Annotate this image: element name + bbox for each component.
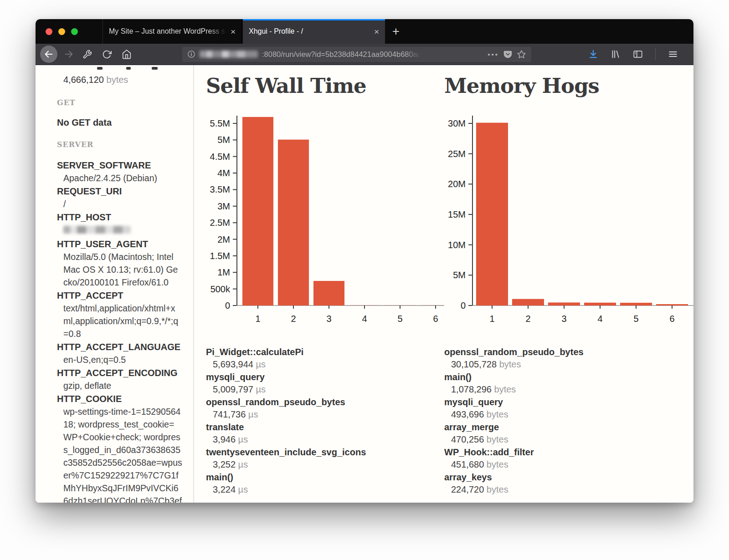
function-name: WP_Hook::add_filter [444,446,693,458]
function-name: openssl_random_pseudo_bytes [444,346,693,358]
home-icon [122,49,132,59]
reload-icon [102,50,112,59]
svg-text:4.5M: 4.5M [210,151,230,161]
metric-unit: bytes [107,75,128,85]
svg-text:1M: 1M [217,267,230,277]
reload-button[interactable] [102,50,112,59]
function-value: 451,680 bytes [451,458,693,471]
charts-area: Self Wall Time 0500k1M1.5M2M2.5M3M3.5M4M… [194,65,693,503]
tab-bar: My Site – Just another WordPress si × Xh… [36,19,693,44]
url-text: :8080/run/view?id=5b238d84421aa9004b680a… [262,50,421,59]
tab-title: My Site – Just another WordPress si [109,27,226,36]
svg-text:20M: 20M [448,179,466,189]
toolbar-right-icons [588,48,678,60]
memory-hogs-list: openssl_random_pseudo_bytes30,105,728 by… [444,346,693,496]
server-entry-value: / [63,198,182,210]
tab-xhgui-profile[interactable]: Xhgui - Profile - / × [243,19,385,44]
function-value: 493,696 bytes [451,408,693,421]
bookmark-star-icon[interactable] [517,50,526,59]
wrench-icon [82,50,92,59]
redacted-host-text [200,51,258,58]
svg-text:2.5M: 2.5M [210,218,230,228]
forward-arrow-icon [64,49,74,59]
server-entry-value: gzip, deflate [63,379,182,392]
function-value: 3,946 µs [213,433,444,446]
function-name: mysqli_query [206,371,444,383]
server-entry-label: SERVER_SOFTWARE [57,159,182,172]
function-value: 3,224 µs [213,484,444,496]
function-name: array_keys [444,471,693,484]
get-section-heading: GET [57,98,182,107]
site-info-icon[interactable] [187,50,195,58]
svg-text:6: 6 [433,314,438,324]
svg-text:1.5M: 1.5M [210,251,230,261]
downloads-button[interactable] [588,49,598,59]
back-button[interactable] [40,46,57,63]
redacted-value [63,226,131,234]
close-window-button[interactable] [46,28,52,35]
svg-text:4: 4 [362,314,367,324]
self-wall-time-chart[interactable]: 0500k1M1.5M2M2.5M3M3.5M4M4.5M5M5.5M12345… [198,114,444,327]
svg-text:3: 3 [326,314,331,324]
sidebar-toggle-button[interactable] [633,49,643,59]
navigation-toolbar: :8080/run/view?id=5b238d84421aa9004b680a… [36,44,693,65]
function-name: openssl_random_pseudo_bytes [206,396,444,408]
request-details-sidebar: 4,666,120 bytes GET No GET data SERVER S… [36,65,194,503]
clipped-label-fragment [57,67,182,70]
self-wall-time-list: Pi_Widget::calculatePi5,693,944 µsmysqli… [206,346,444,496]
server-entry-value: Apache/2.4.25 (Debian) [63,172,182,184]
svg-text:5.5M: 5.5M [210,118,230,128]
function-value: 30,105,728 bytes [451,358,693,371]
browser-window: My Site – Just another WordPress si × Xh… [36,19,693,503]
function-value: 470,256 bytes [451,433,693,446]
tab-close-icon[interactable]: × [231,27,236,36]
svg-text:500k: 500k [210,284,231,294]
page-tools-button[interactable] [82,50,92,59]
server-entry-value: en-US,en;q=0.5 [63,353,182,366]
svg-text:2: 2 [291,314,296,324]
function-value: 5,693,944 µs [213,358,444,371]
svg-text:3: 3 [561,314,566,324]
no-get-data-text: No GET data [57,117,182,128]
svg-text:2M: 2M [217,234,230,244]
toolbar-separator [655,48,656,60]
function-value: 741,736 µs [213,408,444,421]
memory-hogs-chart[interactable]: 05M10M15M20M25M30M123456 [444,114,693,327]
svg-text:4: 4 [597,314,602,324]
server-entry-label: HTTP_ACCEPT_LANGUAGE [57,341,182,353]
svg-text:6: 6 [669,314,674,324]
function-name: main() [206,471,444,484]
function-value: 5,009,797 µs [213,383,444,396]
svg-text:2: 2 [525,314,530,324]
home-button[interactable] [122,49,132,59]
svg-text:5: 5 [397,314,402,324]
peak-memory-value: 4,666,120 bytes [63,73,182,86]
server-entry-label: HTTP_HOST [57,211,182,224]
svg-text:25M: 25M [448,148,466,158]
minimize-window-button[interactable] [58,28,65,35]
server-entry-label: REQUEST_URI [57,185,182,198]
svg-text:0: 0 [225,300,230,311]
library-button[interactable] [611,49,621,59]
server-entry-value: wp-settings-time-1=1529056418; wordpress… [63,405,182,503]
zoom-window-button[interactable] [71,28,78,35]
svg-text:1: 1 [255,314,260,324]
page-actions-button[interactable]: ••• [488,51,499,58]
menu-hamburger-button[interactable] [668,49,678,59]
svg-text:5: 5 [633,314,638,324]
function-name: main() [444,371,693,383]
server-entry-label: HTTP_COOKIE [57,392,182,405]
new-tab-button[interactable]: + [385,19,407,44]
function-value: 224,720 bytes [451,484,693,496]
tab-close-icon[interactable]: × [374,27,379,36]
tab-wordpress-site[interactable]: My Site – Just another WordPress si × [103,19,242,44]
url-bar[interactable]: :8080/run/view?id=5b238d84421aa9004b680a… [182,47,531,62]
function-name: Pi_Widget::calculatePi [206,346,444,358]
page-content: 4,666,120 bytes GET No GET data SERVER S… [36,65,693,503]
panel-title: Self Wall Time [206,74,444,98]
pocket-icon[interactable] [503,50,513,59]
function-name: twentyseventeen_include_svg_icons [206,446,444,458]
window-controls [36,19,103,44]
tab-title: Xhgui - Profile - / [249,27,370,36]
forward-button[interactable] [60,46,77,63]
